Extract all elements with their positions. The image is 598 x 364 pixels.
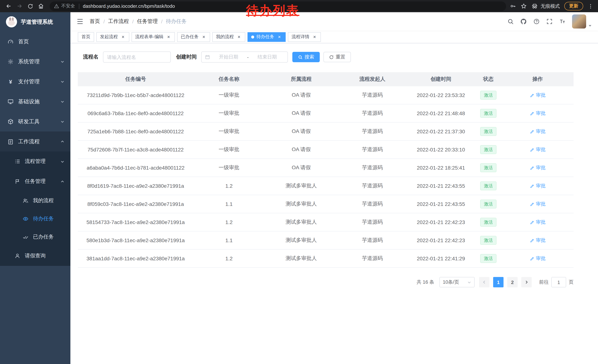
- close-icon[interactable]: ×: [277, 34, 282, 40]
- col-task-id: 任务编号: [78, 72, 193, 86]
- reset-button[interactable]: 重置: [324, 52, 351, 62]
- cell-status: 激活: [475, 213, 502, 231]
- cell-status: 激活: [475, 141, 502, 159]
- tab-done-tasks[interactable]: 已办任务×: [177, 32, 210, 42]
- cell-starter: 芋道源码: [338, 122, 407, 140]
- chevron-down-icon: [60, 99, 65, 104]
- tab-form-edit[interactable]: 流程表单-编辑×: [132, 32, 175, 42]
- cell-task-id: 75d72608-7b7f-11ec-a3c8-acde48001122: [78, 141, 193, 159]
- cell-process: 测试多审批人: [265, 177, 338, 195]
- approve-link[interactable]: 审批: [530, 164, 546, 171]
- fullscreen-icon[interactable]: [546, 18, 553, 25]
- sidebar-item-task-manage[interactable]: 任务管理: [0, 171, 70, 191]
- kebab-menu-icon[interactable]: [588, 3, 594, 9]
- approve-link[interactable]: 审批: [530, 146, 546, 153]
- cell-task-name: 1.2: [193, 213, 265, 231]
- edit-icon: [530, 202, 534, 206]
- incognito-badge: 无痕模式: [531, 3, 560, 9]
- security-chip[interactable]: 不安全: [54, 3, 75, 9]
- sidebar-item-todo-tasks[interactable]: 待办任务: [0, 210, 70, 228]
- start-date-placeholder[interactable]: 开始日期: [212, 54, 246, 60]
- page-size-select[interactable]: 10条/页: [440, 277, 475, 287]
- approve-link[interactable]: 审批: [530, 219, 546, 226]
- close-icon[interactable]: ×: [312, 34, 317, 40]
- cell-process: OA 请假: [265, 141, 338, 159]
- sidebar-item-system[interactable]: 系统管理: [0, 51, 70, 72]
- breadcrumb-task-manage[interactable]: 任务管理: [137, 18, 158, 25]
- cell-action: 审批: [502, 250, 573, 267]
- user-icon: [14, 253, 20, 259]
- active-dot: [251, 35, 254, 38]
- end-date-placeholder[interactable]: 结束日期: [250, 54, 284, 60]
- tab-todo-tasks[interactable]: 待办任务×: [248, 32, 286, 42]
- sidebar-item-done-tasks[interactable]: 已办任务: [0, 228, 70, 246]
- sidebar-item-devtools[interactable]: 研发工具: [0, 112, 70, 131]
- sidebar-item-process-manage[interactable]: 流程管理: [0, 152, 70, 171]
- process-name-input[interactable]: [103, 51, 171, 63]
- close-icon[interactable]: ×: [201, 34, 206, 40]
- table-row: 58154733-7ac8-11ec-a9e2-a2380e71991a 1.2…: [78, 213, 573, 231]
- sidebar-item-workflow[interactable]: 工作流程: [0, 131, 70, 152]
- sidebar-item-infra[interactable]: 基础设施: [0, 91, 70, 112]
- reload-icon: [27, 3, 33, 9]
- date-range-picker[interactable]: 开始日期 - 结束日期: [201, 51, 288, 63]
- back-button[interactable]: [4, 1, 14, 11]
- star-icon[interactable]: [521, 3, 527, 9]
- user-menu[interactable]: [572, 15, 592, 29]
- cell-starter: 芋道源码: [338, 86, 407, 104]
- cell-task-name: 1.1: [193, 231, 265, 249]
- logo[interactable]: 芋道管理系统: [0, 12, 70, 32]
- approve-link[interactable]: 审批: [530, 183, 546, 189]
- forward-button[interactable]: [15, 1, 25, 11]
- home-button[interactable]: [36, 1, 46, 11]
- approve-link[interactable]: 审批: [530, 201, 546, 207]
- search-button[interactable]: 搜索: [292, 52, 320, 62]
- security-label: 不安全: [61, 3, 75, 9]
- header-actions: [507, 15, 592, 29]
- table-row: 8f059c03-7ac8-11ec-a9e2-a2380e71991a 1.1…: [78, 195, 573, 213]
- page-button-1[interactable]: 1: [493, 277, 504, 287]
- cell-starter: 芋道源码: [338, 159, 407, 177]
- approve-link[interactable]: 审批: [530, 110, 546, 117]
- tab-home[interactable]: 首页: [78, 32, 94, 42]
- next-page-button[interactable]: [521, 277, 532, 287]
- approve-link[interactable]: 审批: [530, 92, 546, 98]
- close-icon[interactable]: ×: [236, 34, 241, 40]
- close-icon[interactable]: ×: [166, 34, 171, 40]
- cell-status: 激活: [475, 122, 502, 140]
- edit-icon: [530, 111, 534, 116]
- breadcrumb-home[interactable]: 首页: [90, 18, 100, 25]
- cell-task-name: 1.1: [193, 195, 265, 213]
- status-badge: 激活: [480, 109, 497, 118]
- page-content: 流程名 创建时间 开始日期 - 结束日期 搜索 重: [70, 43, 598, 364]
- avatar[interactable]: [572, 15, 586, 29]
- font-size-icon[interactable]: [559, 18, 566, 25]
- cell-created: 2022-01-22 21:37:30: [407, 122, 475, 140]
- search-icon[interactable]: [507, 18, 514, 25]
- breadcrumb-workflow[interactable]: 工作流程: [108, 18, 129, 25]
- page-button-2[interactable]: 2: [507, 277, 518, 287]
- key-icon[interactable]: [510, 3, 516, 9]
- sidebar-item-home[interactable]: 首页: [0, 32, 70, 51]
- dashboard-icon: [8, 38, 14, 45]
- tab-start-process[interactable]: 发起流程×: [96, 32, 129, 42]
- approve-link[interactable]: 审批: [530, 237, 546, 244]
- prev-page-button[interactable]: [479, 277, 490, 287]
- caret-down-icon: [588, 24, 592, 29]
- reload-button[interactable]: [25, 1, 35, 11]
- goto-page-input[interactable]: [551, 277, 566, 287]
- question-icon[interactable]: [533, 18, 540, 25]
- update-button[interactable]: 更新: [564, 2, 583, 10]
- sidebar: 芋道管理系统 首页 系统管理 ¥ 支付管理 基础设施: [0, 12, 70, 364]
- approve-link[interactable]: 审批: [530, 255, 546, 262]
- sidebar-item-leave-query[interactable]: 请假查询: [0, 246, 70, 266]
- hamburger-icon[interactable]: [76, 18, 84, 25]
- close-icon[interactable]: ×: [120, 34, 126, 40]
- sidebar-item-payment[interactable]: ¥ 支付管理: [0, 72, 70, 91]
- logo-title: 芋道管理系统: [21, 18, 53, 25]
- sidebar-item-my-process[interactable]: 我的流程: [0, 191, 70, 210]
- github-icon[interactable]: [520, 18, 527, 25]
- approve-link[interactable]: 审批: [530, 128, 546, 135]
- tab-process-detail[interactable]: 流程详情×: [288, 32, 321, 42]
- tab-my-process[interactable]: 我的流程×: [212, 32, 245, 42]
